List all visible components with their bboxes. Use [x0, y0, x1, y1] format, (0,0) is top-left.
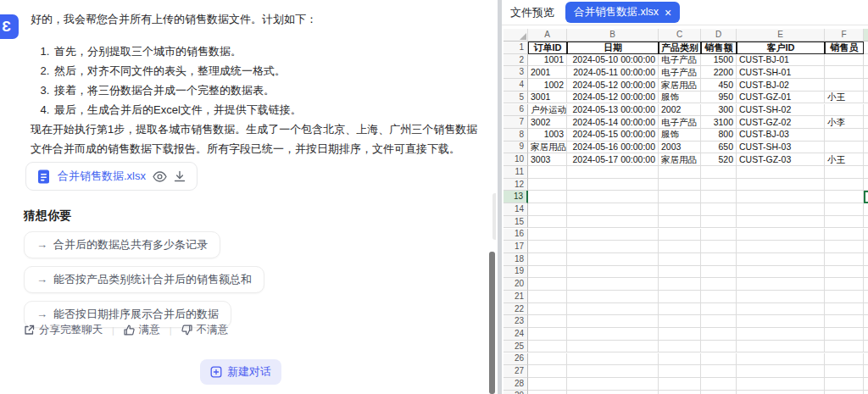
sheet-cell[interactable]: 950 [701, 92, 737, 104]
sheet-cell[interactable] [737, 303, 825, 316]
sheet-cell[interactable] [825, 253, 864, 266]
sheet-cell[interactable] [864, 216, 868, 229]
sheet-cell[interactable] [864, 353, 868, 366]
sheet-cell[interactable] [567, 278, 659, 291]
sheet-cell[interactable] [701, 191, 737, 203]
sheet-cell[interactable] [701, 216, 737, 229]
sheet-cell[interactable] [864, 378, 868, 391]
sheet-cell[interactable] [864, 142, 868, 154]
row-number-5[interactable]: 5 [504, 92, 528, 104]
sheet-cell[interactable]: 2003 [659, 142, 701, 154]
sheet-cell[interactable] [737, 291, 825, 303]
sheet-cell[interactable] [528, 229, 567, 241]
sheet-cell[interactable]: 3100 [701, 116, 737, 129]
sheet-cell[interactable]: 服饰 [659, 129, 701, 142]
sheet-cell[interactable] [701, 378, 737, 391]
sheet-cell[interactable] [659, 278, 701, 291]
new-chat-button[interactable]: 新建对话 [200, 359, 281, 385]
sheet-cell[interactable] [701, 266, 737, 279]
row-number-7[interactable]: 7 [504, 116, 528, 129]
sheet-cell[interactable] [737, 216, 825, 229]
chat-scrollbar-track[interactable] [492, 193, 496, 240]
header-cell-订单ID[interactable]: 订单ID [528, 42, 567, 54]
sheet-cell[interactable]: 电子产品 [659, 116, 701, 129]
sheet-cell[interactable]: 650 [701, 142, 737, 154]
sheet-cell[interactable] [737, 278, 825, 291]
sheet-cell[interactable] [567, 291, 659, 303]
sheet-cell[interactable] [825, 179, 864, 191]
row-number-4[interactable]: 4 [504, 79, 528, 92]
sheet-cell[interactable] [528, 241, 567, 253]
sheet-cell[interactable]: CUST-BJ-02 [737, 79, 825, 92]
sheet-cell[interactable]: 2024-05-17 00:00:00 [567, 153, 659, 166]
sheet-cell[interactable]: 2024-05-15 00:00:00 [567, 129, 659, 142]
sheet-cell[interactable] [528, 353, 567, 366]
sheet-cell[interactable]: 家居用品 [659, 153, 701, 166]
sheet-cell[interactable] [659, 378, 701, 391]
sheet-cell[interactable] [737, 266, 825, 279]
column-letter-G[interactable] [864, 29, 868, 42]
sheet-cell[interactable] [567, 365, 659, 378]
sheet-cell[interactable]: 2200 [701, 66, 737, 79]
row-number-10[interactable]: 10 [504, 153, 528, 166]
like-button[interactable]: 满意 [124, 323, 160, 337]
sheet-cell[interactable]: 服饰 [659, 92, 701, 104]
sheet-cell[interactable] [864, 42, 868, 54]
sheet-cell[interactable] [701, 278, 737, 291]
sheet-cell[interactable]: 家居用品 [528, 142, 567, 154]
sheet-cell[interactable] [701, 253, 737, 266]
sheet-cell[interactable] [567, 191, 659, 203]
file-name[interactable]: 合并销售数据.xlsx [58, 169, 146, 184]
sheet-cell[interactable] [567, 216, 659, 229]
sheet-cell[interactable] [825, 303, 864, 316]
sheet-cell[interactable] [701, 291, 737, 303]
sheet-cell[interactable] [528, 191, 567, 203]
row-number-26[interactable]: 26 [504, 353, 528, 366]
sheet-cell[interactable] [825, 142, 864, 154]
column-letter-F[interactable]: F [825, 29, 864, 42]
sheet-cell[interactable] [528, 303, 567, 316]
sheet-cell[interactable] [825, 266, 864, 279]
sheet-cell[interactable] [864, 116, 868, 129]
sheet-cell[interactable] [701, 328, 737, 341]
sheet-cell[interactable] [864, 54, 868, 67]
row-number-21[interactable]: 21 [504, 291, 528, 303]
sheet-cell[interactable] [825, 79, 864, 92]
sheet-cell[interactable]: CUST-SH-03 [737, 142, 825, 154]
sheet-cell[interactable] [659, 266, 701, 279]
sheet-cell[interactable] [701, 229, 737, 241]
row-number-15[interactable]: 15 [504, 216, 528, 229]
sheet-cell[interactable] [567, 179, 659, 191]
sheet-cell[interactable] [825, 229, 864, 241]
row-number-8[interactable]: 8 [504, 129, 528, 142]
sheet-cell[interactable] [737, 241, 825, 253]
sheet-cell[interactable] [659, 253, 701, 266]
sheet-cell[interactable] [528, 253, 567, 266]
sheet-cell[interactable] [567, 353, 659, 366]
sheet-cell[interactable]: 2001 [528, 66, 567, 79]
sheet-cell[interactable] [864, 303, 868, 316]
sheet-cell[interactable] [864, 166, 868, 179]
sheet-cell[interactable] [659, 203, 701, 216]
sheet-cell[interactable] [825, 203, 864, 216]
sheet-cell[interactable] [825, 315, 864, 328]
sheet-cell[interactable] [701, 365, 737, 378]
sheet-cell[interactable] [567, 229, 659, 241]
sheet-cell[interactable] [659, 179, 701, 191]
dislike-button[interactable]: 不满意 [181, 323, 229, 337]
sheet-cell[interactable] [528, 203, 567, 216]
sheet-cell[interactable] [567, 378, 659, 391]
sheet-cell[interactable] [528, 378, 567, 391]
file-attachment-chip[interactable]: 合并销售数据.xlsx [25, 162, 198, 191]
row-number-22[interactable]: 22 [504, 303, 528, 316]
sheet-cell[interactable] [825, 104, 864, 117]
sheet-cell[interactable] [825, 216, 864, 229]
row-number-3[interactable]: 3 [504, 66, 528, 79]
sheet-cell[interactable]: 3003 [528, 153, 567, 166]
sheet-cell[interactable] [864, 153, 868, 166]
sheet-cell[interactable]: CUST-GZ-02 [737, 116, 825, 129]
sheet-cell[interactable] [737, 203, 825, 216]
sheet-cell[interactable] [528, 216, 567, 229]
suggestion-chip[interactable]: →合并后的数据总共有多少条记录 [24, 231, 220, 258]
sheet-cell[interactable] [737, 328, 825, 341]
